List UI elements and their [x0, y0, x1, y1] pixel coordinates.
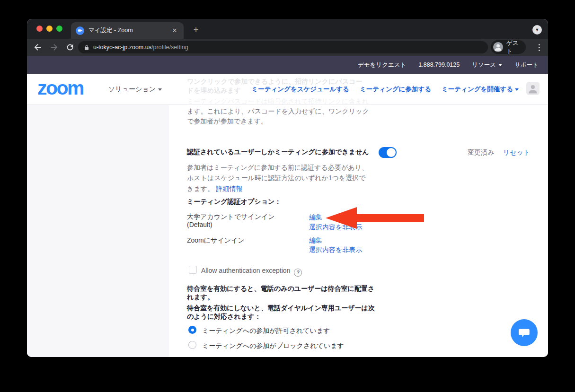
settings-page: ワンクリックで参加できるように、招待リンクにパスコー ドを埋め込みます ミーティ… — [27, 74, 548, 357]
modified-badge: 変更済み — [468, 148, 494, 157]
tab-title: マイ設定 - Zoom — [88, 26, 170, 35]
tab-strip: マイ設定 - Zoom ✕ + ▼ — [27, 19, 548, 39]
profile-chip[interactable]: ゲスト — [491, 40, 526, 54]
radio-join-blocked-label: ミーティングへの参加がブロックされています — [202, 342, 344, 350]
url-host: u-tokyo-ac-jp.zoom.us — [93, 44, 151, 51]
zoom-favicon-icon — [76, 26, 84, 35]
join-meeting-link[interactable]: ミーティングに参加する — [360, 85, 431, 94]
auth-setting-title: 認証されているユーザーしかミーティングに参加できません — [187, 148, 369, 157]
learn-more-link[interactable]: 詳細情報 — [216, 185, 242, 192]
waiting-room-p2-line2: のように対応されます： — [187, 313, 261, 321]
minimize-window-button[interactable] — [46, 26, 53, 32]
auth-option2-hide-link[interactable]: 選択内容を非表示 — [309, 246, 362, 254]
radio-join-allowed[interactable] — [188, 326, 196, 334]
auth-exception-row: Allow authentication exception? — [201, 266, 302, 277]
schedule-meeting-link[interactable]: ミーティングをスケジュールする — [251, 85, 349, 94]
lock-icon — [84, 44, 89, 51]
settings-sidebar — [27, 105, 169, 357]
auth-desc-line3: きます。 詳細情報 — [187, 184, 242, 193]
reset-link[interactable]: リセット — [503, 148, 530, 157]
resources-menu[interactable]: リソース — [472, 61, 502, 69]
chevron-down-icon — [498, 64, 502, 66]
browser-tab[interactable]: マイ設定 - Zoom ✕ — [71, 22, 184, 39]
auth-option1-name: 大学アカウントでサインイン — [187, 213, 275, 221]
annotation-arrow-icon — [325, 207, 425, 229]
solutions-menu[interactable]: ソリューション — [108, 85, 162, 94]
auth-option2-name: Zoomにサインイン — [187, 236, 245, 245]
request-demo-link[interactable]: デモをリクエスト — [358, 61, 406, 69]
radio-join-allowed-label: ミーティングへの参加が許可されています — [202, 327, 330, 335]
auth-option1-default: (Default) — [187, 221, 212, 228]
url-path: /profile/setting — [151, 44, 188, 51]
waiting-room-p1-line1: 待合室を有効にすると、電話のみのユーザーは待合室に配置さ — [187, 285, 374, 293]
tab-search-icon[interactable]: ▼ — [532, 25, 542, 35]
guest-label: ゲスト — [506, 39, 523, 55]
waiting-room-p2-line1: 待合室を有効にしないと、電話ダイヤルイン専用ユーザーは次 — [187, 304, 375, 313]
auth-exception-label: Allow authentication exception — [201, 267, 290, 274]
host-meeting-menu[interactable]: ミーティングを開催する — [442, 85, 519, 94]
close-window-button[interactable] — [36, 26, 43, 32]
fullscreen-window-button[interactable] — [56, 26, 62, 32]
chat-bubble-icon — [518, 327, 531, 339]
auth-option1-edit-link[interactable]: 編集 — [309, 213, 322, 222]
zoom-logo[interactable]: zoom — [37, 77, 83, 99]
browser-toolbar: u-tokyo-ac-jp.zoom.us/profile/setting ゲス… — [27, 39, 548, 56]
auth-options-title: ミーティング認証オプション： — [187, 198, 281, 206]
reload-icon[interactable] — [65, 42, 75, 52]
marketing-topbar: デモをリクエスト 1.888.799.0125 リソース サポート — [27, 56, 548, 74]
address-bar[interactable]: u-tokyo-ac-jp.zoom.us/profile/setting — [78, 41, 488, 53]
chevron-down-icon — [515, 88, 519, 91]
radio-join-blocked[interactable] — [188, 341, 196, 349]
auth-exception-checkbox[interactable] — [189, 266, 197, 274]
help-icon[interactable]: ? — [294, 269, 302, 277]
help-chat-button[interactable] — [511, 319, 538, 346]
auth-desc-line1: 参加者はミーティングに参加する前に認証する必要があり、 — [187, 164, 368, 172]
account-avatar[interactable] — [526, 82, 540, 95]
forward-icon[interactable] — [49, 42, 59, 52]
browser-window: マイ設定 - Zoom ✕ + ▼ u-tokyo-ac-jp.zoom.us/… — [27, 19, 548, 357]
chevron-down-icon — [158, 88, 162, 91]
setting-desc-line2: で参加者が参加できます。 — [187, 117, 267, 126]
auth-setting-toggle[interactable] — [379, 147, 397, 158]
new-tab-button[interactable]: + — [190, 24, 202, 35]
guest-avatar-icon — [493, 42, 503, 52]
tab-close-icon[interactable]: ✕ — [170, 26, 179, 35]
browser-menu-icon[interactable] — [535, 42, 543, 53]
zoom-site-header: zoom ソリューション ミーティングをスケジュールする ミーティングに参加する… — [27, 74, 548, 105]
back-icon[interactable] — [33, 42, 43, 52]
auth-option2-edit-link[interactable]: 編集 — [309, 236, 322, 245]
setting-desc-line1: ます。これにより、パスコードを入力せずに、ワンクリック — [187, 107, 369, 116]
phone-number[interactable]: 1.888.799.0125 — [418, 61, 460, 68]
auth-desc-line2: ホストはスケジュール時に認証方法のいずれか1つを選択で — [187, 174, 366, 183]
support-link[interactable]: サポート — [514, 61, 539, 69]
waiting-room-p1-line2: れます。 — [187, 293, 214, 302]
